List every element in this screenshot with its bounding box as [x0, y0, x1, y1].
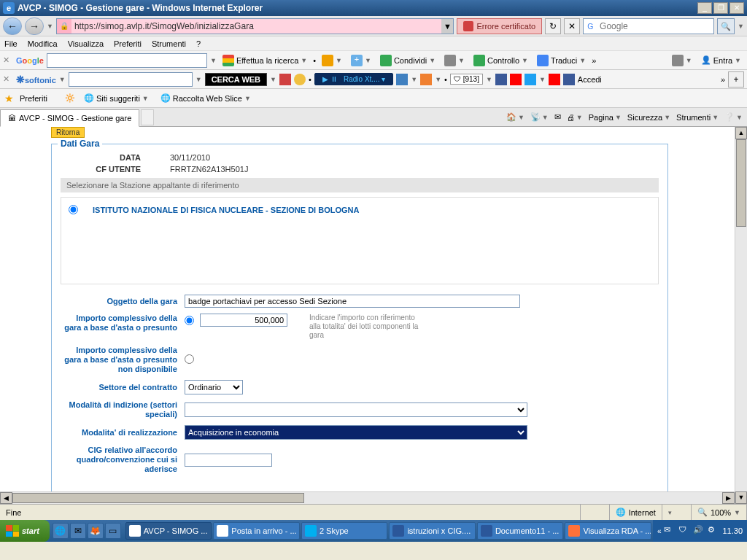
- tray-icon-1[interactable]: ✉: [664, 525, 676, 537]
- sicurezza-menu[interactable]: Sicurezza▼: [627, 113, 670, 122]
- scroll-thumb[interactable]: [736, 139, 746, 227]
- radio-widget[interactable]: ▶ ⏸ Radio Xt.... ▾: [314, 73, 393, 85]
- search-go-button[interactable]: 🔍: [717, 18, 735, 34]
- facebook-icon[interactable]: [495, 74, 507, 85]
- plus-button[interactable]: +▼: [348, 53, 374, 68]
- home-button[interactable]: 🏠▼: [506, 112, 525, 122]
- new-tab-button[interactable]: [141, 109, 154, 125]
- cerca-dropdown[interactable]: ▼: [270, 76, 276, 83]
- importo-input[interactable]: [200, 314, 287, 327]
- softonic-search-dropdown[interactable]: ▼: [196, 76, 202, 83]
- softonic-dropdown[interactable]: ▼: [59, 76, 66, 83]
- yt2-icon[interactable]: [549, 74, 560, 85]
- accedi-label[interactable]: Accedi: [578, 75, 602, 84]
- search-box[interactable]: G: [583, 18, 714, 34]
- modreal-select[interactable]: Acquisizione in economia: [185, 425, 527, 440]
- help-button[interactable]: ❔▼: [724, 112, 743, 122]
- scroll-up-button[interactable]: ▲: [735, 127, 747, 139]
- condividi-button[interactable]: Condividi▼: [377, 53, 438, 68]
- task-visualizza[interactable]: Visualizza RDA - ...: [565, 522, 651, 540]
- minimize-button[interactable]: _: [697, 2, 712, 14]
- address-bar[interactable]: 🔒 ▼: [56, 18, 454, 34]
- close-toolbar-button[interactable]: ✕: [3, 55, 13, 65]
- search-input[interactable]: [600, 21, 711, 31]
- twitter-icon[interactable]: [525, 74, 536, 85]
- google-search-input[interactable]: [47, 53, 207, 68]
- maximize-button[interactable]: ❐: [713, 2, 728, 14]
- softonic-search-input[interactable]: [69, 72, 193, 87]
- menu-file[interactable]: File: [4, 39, 18, 48]
- ql-show-desktop[interactable]: ▭: [105, 523, 121, 539]
- settore-select[interactable]: Ordinario: [185, 380, 243, 394]
- hscroll-thumb[interactable]: [12, 493, 304, 503]
- task-avcp[interactable]: AVCP - SIMOG ...: [125, 522, 212, 540]
- horizontal-scrollbar[interactable]: ◀ ▶: [0, 491, 735, 504]
- controllo-button[interactable]: Controllo▼: [471, 53, 531, 68]
- zoom-control[interactable]: 🔍100%▼: [692, 505, 747, 520]
- task-documento[interactable]: Documento11 - ...: [477, 522, 564, 540]
- wrench-button[interactable]: ▼: [669, 53, 695, 68]
- mail-icon[interactable]: [420, 74, 432, 85]
- importo-nd-radio[interactable]: [185, 354, 194, 364]
- back-button[interactable]: ←: [3, 18, 22, 35]
- rss-button[interactable]: 📡▼: [530, 112, 549, 122]
- google-search-dropdown[interactable]: ▼: [210, 57, 217, 64]
- task-istruzioni[interactable]: istruzioni x CIG....: [389, 522, 476, 540]
- scroll-right-button[interactable]: ▶: [722, 492, 735, 504]
- raccolta-web-slice[interactable]: 🌐Raccolta Web Slice▼: [158, 92, 254, 104]
- recent-dropdown[interactable]: ▼: [47, 23, 53, 30]
- address-dropdown[interactable]: ▼: [441, 19, 453, 34]
- sidewiki-button[interactable]: ▼: [441, 53, 468, 68]
- ritorna-button[interactable]: Ritorna: [51, 127, 85, 138]
- entra-button[interactable]: 👤Entra▼: [698, 54, 744, 66]
- print-button[interactable]: 🖨▼: [567, 113, 583, 122]
- menu-strumenti[interactable]: Strumenti: [152, 39, 186, 48]
- forward-button[interactable]: →: [25, 18, 44, 35]
- ql-mail[interactable]: ✉: [70, 523, 86, 539]
- strumenti-menu[interactable]: Strumenti▼: [676, 113, 719, 122]
- ql-ie[interactable]: 🌐: [53, 523, 69, 539]
- station-radio[interactable]: [69, 205, 78, 214]
- tray-icon-3[interactable]: ⚙: [708, 525, 719, 537]
- stop-button[interactable]: ✕: [564, 18, 580, 34]
- mail-button[interactable]: ✉: [554, 112, 561, 122]
- start-button[interactable]: start: [0, 520, 50, 542]
- task-skype[interactable]: 2 Skype: [301, 522, 388, 540]
- modind-select[interactable]: [185, 402, 527, 417]
- toolbar-add-button[interactable]: +: [728, 71, 744, 88]
- fb2-icon[interactable]: [563, 74, 575, 85]
- scroll-down-button[interactable]: ▼: [735, 491, 747, 504]
- tray-clock[interactable]: 11.30: [722, 526, 743, 535]
- menu-modifica[interactable]: Modifica: [28, 39, 58, 48]
- certificate-error[interactable]: Errore certificato: [457, 18, 542, 34]
- more-chevron[interactable]: »: [592, 56, 596, 65]
- tray-icon-2[interactable]: 🛡: [678, 525, 690, 537]
- scroll-left-button[interactable]: ◀: [0, 492, 12, 504]
- refresh-button[interactable]: ↻: [545, 18, 561, 34]
- url-input[interactable]: [71, 19, 441, 34]
- close-softonic-button[interactable]: ✕: [3, 74, 13, 84]
- active-tab[interactable]: 🏛 AVCP - SIMOG - Gestione gare: [0, 109, 139, 127]
- menu-visualizza[interactable]: Visualizza: [68, 39, 104, 48]
- effettua-ricerca-button[interactable]: Effettua la ricerca▼: [220, 53, 310, 68]
- close-button[interactable]: ✕: [729, 2, 744, 14]
- traduci-button[interactable]: Traduci▼: [534, 53, 589, 68]
- toolbar-more[interactable]: »: [721, 75, 725, 84]
- cerca-web-button[interactable]: CERCA WEB: [205, 73, 267, 86]
- cig-input[interactable]: [185, 454, 272, 467]
- tray-volume-icon[interactable]: 🔊: [693, 525, 705, 537]
- task-posta[interactable]: Posta in arrivo - ...: [213, 522, 300, 540]
- menu-preferiti[interactable]: Preferiti: [114, 39, 142, 48]
- siti-suggeriti[interactable]: 🌐Siti suggeriti▼: [81, 92, 152, 104]
- pagina-menu[interactable]: Pagina▼: [589, 113, 622, 122]
- vertical-scrollbar[interactable]: ▲ ▼: [735, 127, 747, 504]
- ql-firefox[interactable]: 🦊: [88, 523, 104, 539]
- oggetto-input[interactable]: [185, 295, 520, 308]
- popup-counter[interactable]: 🛡 [913]: [450, 74, 483, 85]
- importo-radio[interactable]: [185, 316, 194, 325]
- youtube-icon[interactable]: [510, 74, 522, 85]
- preferiti-label[interactable]: Preferiti: [20, 94, 47, 103]
- apps-button[interactable]: ▼: [319, 53, 345, 68]
- menu-help[interactable]: ?: [196, 39, 201, 48]
- search-dropdown[interactable]: ▼: [738, 23, 744, 30]
